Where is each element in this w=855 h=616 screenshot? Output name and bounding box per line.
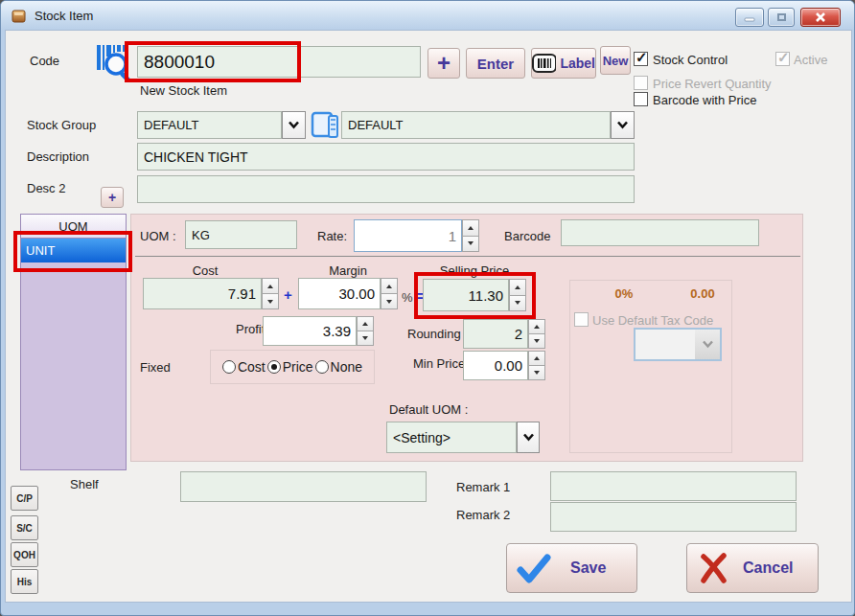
save-button[interactable]: Save xyxy=(506,543,637,593)
cost-input[interactable]: 7.91 xyxy=(143,278,262,309)
min-price-spinner[interactable] xyxy=(528,351,545,380)
rate-spinbox[interactable]: 1 xyxy=(354,219,479,252)
checkmark-icon xyxy=(515,551,555,585)
barcode-label-icon xyxy=(532,54,556,73)
spin-down-icon[interactable] xyxy=(357,331,374,346)
spin-up-icon[interactable] xyxy=(381,278,398,294)
default-uom-value: <Setting> xyxy=(393,430,451,445)
stock-control-checkbox[interactable] xyxy=(634,52,648,66)
default-uom-select[interactable]: <Setting> xyxy=(386,422,517,453)
stock-group-value: DEFAULT xyxy=(144,118,199,132)
plus-sign: + xyxy=(284,286,292,303)
fixed-cost-radio[interactable] xyxy=(222,360,236,374)
rate-input[interactable]: 1 xyxy=(354,219,462,252)
default-uom-label: Default UOM : xyxy=(389,402,468,417)
description-value: CHICKEN TIGHT xyxy=(144,149,248,165)
tax-group xyxy=(569,280,732,453)
maximize-icon xyxy=(776,12,787,22)
fixed-cost-label: Cost xyxy=(238,359,266,375)
divider xyxy=(135,256,800,257)
uom-list-header[interactable]: UOM xyxy=(21,215,126,239)
chevron-down-icon xyxy=(522,433,535,442)
title-bar[interactable]: Stock Item xyxy=(1,1,855,30)
rounding-input[interactable]: 2 xyxy=(463,319,528,349)
margin-input[interactable]: 30.00 xyxy=(298,278,381,309)
desc2-label: Desc 2 xyxy=(27,181,65,195)
rounding-spinner[interactable] xyxy=(528,319,545,349)
spin-down-icon[interactable] xyxy=(509,296,526,312)
profit-spinner[interactable] xyxy=(357,316,374,346)
selling-price-input[interactable]: 11.30 xyxy=(423,279,509,311)
close-button[interactable] xyxy=(800,8,841,27)
description-input[interactable]: CHICKEN TIGHT xyxy=(137,143,635,171)
spin-up-icon[interactable] xyxy=(528,351,545,366)
price-revert-label: Price Revert Quantity xyxy=(653,77,772,91)
desc2-input[interactable] xyxy=(137,175,635,203)
margin-spinner[interactable] xyxy=(381,278,398,309)
spin-down-icon[interactable] xyxy=(528,366,545,380)
stock-group2-dropdown-button[interactable] xyxy=(611,111,635,139)
use-default-tax-label: Use Default Tax Code xyxy=(592,313,713,328)
code-label: Code xyxy=(30,54,59,68)
remark2-input[interactable] xyxy=(550,502,797,532)
stock-group-browse-icon[interactable] xyxy=(310,107,340,140)
new-button[interactable]: New xyxy=(600,46,631,75)
chevron-down-icon xyxy=(288,121,300,129)
stock-group2-select[interactable]: DEFAULT xyxy=(341,111,611,139)
margin-spinbox[interactable]: 30.00 xyxy=(298,278,398,309)
tax-code-dropdown-button xyxy=(695,330,720,359)
cost-spinner[interactable] xyxy=(262,278,279,309)
add-item-button[interactable]: + xyxy=(428,48,460,79)
save-button-text: Save xyxy=(570,559,606,577)
spin-up-icon[interactable] xyxy=(357,316,374,331)
his-button[interactable]: His xyxy=(11,569,38,594)
spin-down-icon[interactable] xyxy=(528,334,545,349)
stock-control-label: Stock Control xyxy=(653,53,728,67)
spin-up-icon[interactable] xyxy=(262,278,279,294)
fixed-price-radio[interactable] xyxy=(267,360,281,374)
desc2-add-button[interactable]: + xyxy=(101,187,124,208)
maximize-button[interactable] xyxy=(768,8,795,27)
minimize-button[interactable] xyxy=(735,8,764,27)
profit-spinbox[interactable]: 3.39 xyxy=(263,316,374,346)
minimize-icon xyxy=(744,13,755,22)
uom-list-item-unit[interactable]: UNIT xyxy=(21,239,126,262)
stock-group-select[interactable]: DEFAULT xyxy=(137,111,282,139)
cp-button[interactable]: C/P xyxy=(11,486,38,511)
spin-up-icon[interactable] xyxy=(462,219,479,237)
label-button[interactable]: Label xyxy=(531,48,596,79)
default-uom-dropdown-button[interactable] xyxy=(517,422,540,453)
spin-up-icon[interactable] xyxy=(509,279,526,296)
rounding-spinbox[interactable]: 2 xyxy=(463,319,545,349)
qoh-button[interactable]: QOH xyxy=(11,542,38,567)
min-price-spinbox[interactable]: 0.00 xyxy=(463,351,545,380)
cancel-button[interactable]: Cancel xyxy=(686,543,819,593)
fixed-price-label: Price xyxy=(283,359,313,375)
spin-down-icon[interactable] xyxy=(462,237,479,253)
spin-down-icon[interactable] xyxy=(262,294,279,309)
min-price-label: Min Price xyxy=(413,356,465,371)
sc-button[interactable]: S/C xyxy=(11,515,38,540)
rate-spinner[interactable] xyxy=(462,219,479,252)
label-button-text: Label xyxy=(560,56,595,71)
spin-down-icon[interactable] xyxy=(381,294,398,309)
uom-input[interactable]: KG xyxy=(185,220,297,249)
barcode-input[interactable] xyxy=(561,219,759,246)
uom-value: KG xyxy=(192,228,210,242)
min-price-input[interactable]: 0.00 xyxy=(463,351,528,380)
barcode-search-icon[interactable] xyxy=(94,43,134,83)
profit-input[interactable]: 3.39 xyxy=(263,316,357,346)
spin-up-icon[interactable] xyxy=(528,319,545,334)
code-status: New Stock Item xyxy=(140,83,227,98)
fixed-none-radio[interactable] xyxy=(315,360,329,374)
fixed-none-label: None xyxy=(331,359,362,375)
remark1-input[interactable] xyxy=(550,471,797,501)
shelf-input[interactable] xyxy=(180,471,427,502)
enter-button[interactable]: Enter xyxy=(466,48,525,79)
barcode-with-price-checkbox[interactable] xyxy=(634,92,648,106)
code-input[interactable]: 8800010 xyxy=(137,46,421,78)
cost-spinbox[interactable]: 7.91 xyxy=(143,278,279,309)
stock-group-dropdown-button[interactable] xyxy=(282,111,306,139)
selling-price-spinner[interactable] xyxy=(509,279,526,311)
selling-price-spinbox[interactable]: 11.30 xyxy=(423,279,526,311)
